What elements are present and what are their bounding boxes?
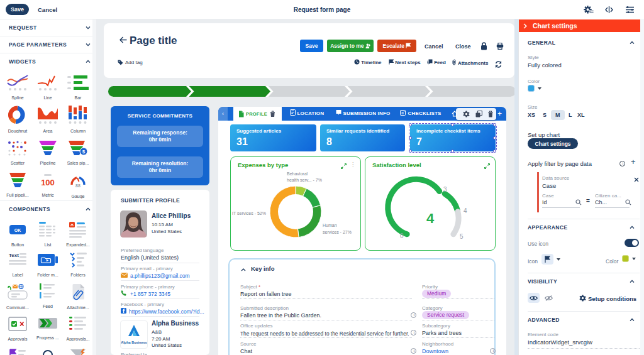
svg-text:IT services - 52%: IT services - 52% bbox=[232, 211, 266, 216]
svg-text:5: 5 bbox=[460, 233, 464, 240]
svg-text:$: $ bbox=[82, 149, 86, 155]
svg-text:OK: OK bbox=[14, 228, 21, 232]
svg-text:Behavioral: Behavioral bbox=[287, 172, 308, 176]
svg-text:4: 4 bbox=[426, 210, 435, 226]
svg-text:3: 3 bbox=[443, 186, 447, 193]
svg-text:Human: Human bbox=[323, 223, 337, 227]
svg-text:88: 88 bbox=[75, 183, 80, 188]
svg-text:health serv... - 7%: health serv... - 7% bbox=[287, 178, 322, 182]
svg-text:4: 4 bbox=[464, 207, 467, 214]
svg-text:services - 27%: services - 27% bbox=[323, 230, 352, 234]
svg-text:Text: Text bbox=[9, 253, 19, 258]
svg-text:0: 0 bbox=[400, 232, 404, 239]
svg-text:100: 100 bbox=[41, 178, 55, 187]
